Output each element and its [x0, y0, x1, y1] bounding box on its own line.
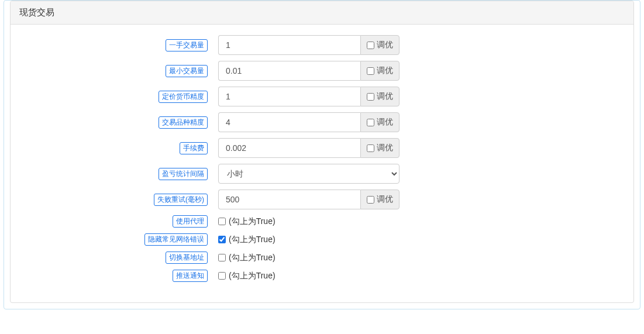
- row-switch-base: 切换基地址 (勾上为True): [19, 252, 625, 264]
- input-lot-size[interactable]: [218, 35, 360, 55]
- input-quote-precision[interactable]: [218, 87, 360, 106]
- label-commission: 手续费: [180, 142, 208, 154]
- row-pnl-interval: 盈亏统计间隔 小时: [19, 164, 625, 184]
- row-hide-net-err: 隐藏常见网络错误 (勾上为True): [19, 233, 625, 246]
- bool-hint: (勾上为True): [229, 271, 275, 281]
- tune-checkbox-min-trade[interactable]: [367, 67, 374, 75]
- row-use-proxy: 使用代理 (勾上为True): [19, 215, 625, 228]
- input-commission[interactable]: [218, 138, 360, 158]
- tune-addon-min-trade: 调优: [360, 61, 400, 81]
- tune-addon-commission: 调优: [360, 138, 400, 158]
- label-lot-size: 一手交易量: [166, 39, 208, 51]
- select-pnl-interval[interactable]: 小时: [218, 164, 400, 184]
- panel-body: 一手交易量 调优 最小交易量: [11, 25, 633, 302]
- row-quote-precision: 定价货币精度 调优: [19, 87, 625, 106]
- input-retry-ms[interactable]: [218, 190, 360, 209]
- tune-checkbox-quote-precision[interactable]: [367, 93, 374, 101]
- row-symbol-precision: 交易品种精度 调优: [19, 112, 625, 132]
- bool-hint: (勾上为True): [229, 235, 275, 245]
- row-lot-size: 一手交易量 调优: [19, 35, 625, 55]
- panel-header: 现货交易: [11, 1, 633, 25]
- checkbox-push-notify[interactable]: [218, 272, 226, 280]
- checkbox-hide-net-err[interactable]: [218, 236, 226, 243]
- row-retry-ms: 失败重试(毫秒) 调优: [19, 190, 625, 209]
- tune-addon-retry-ms: 调优: [360, 190, 400, 209]
- row-commission: 手续费 调优: [19, 138, 625, 158]
- bool-hint: (勾上为True): [229, 253, 275, 263]
- row-min-trade: 最小交易量 调优: [19, 61, 625, 81]
- tune-addon-quote-precision: 调优: [360, 87, 400, 106]
- checkbox-use-proxy[interactable]: [218, 218, 226, 225]
- tune-checkbox-symbol-precision[interactable]: [367, 119, 374, 126]
- label-pnl-interval: 盈亏统计间隔: [159, 168, 208, 180]
- tune-addon-symbol-precision: 调优: [360, 112, 400, 132]
- label-retry-ms: 失败重试(毫秒): [154, 194, 208, 206]
- panel-title: 现货交易: [19, 7, 54, 17]
- label-min-trade: 最小交易量: [166, 65, 208, 77]
- label-hide-net-err: 隐藏常见网络错误: [144, 233, 208, 246]
- bool-hint: (勾上为True): [229, 216, 275, 227]
- tune-checkbox-retry-ms[interactable]: [367, 196, 374, 204]
- label-quote-precision: 定价货币精度: [159, 91, 208, 103]
- tune-checkbox-commission[interactable]: [367, 144, 374, 152]
- label-switch-base: 切换基地址: [166, 252, 208, 264]
- spot-trade-panel: 现货交易 一手交易量 调优: [10, 1, 634, 303]
- label-symbol-precision: 交易品种精度: [159, 116, 208, 129]
- row-push-notify: 推送通知 (勾上为True): [19, 270, 625, 282]
- tune-addon-lot-size: 调优: [360, 35, 400, 55]
- tune-label: 调优: [377, 40, 393, 50]
- label-push-notify: 推送通知: [173, 270, 208, 282]
- input-symbol-precision[interactable]: [218, 112, 360, 132]
- tune-checkbox-lot-size[interactable]: [367, 42, 374, 49]
- checkbox-switch-base[interactable]: [218, 254, 226, 261]
- label-use-proxy: 使用代理: [173, 215, 208, 228]
- input-min-trade[interactable]: [218, 61, 360, 81]
- outer-container: 现货交易 一手交易量 调优: [4, 0, 640, 309]
